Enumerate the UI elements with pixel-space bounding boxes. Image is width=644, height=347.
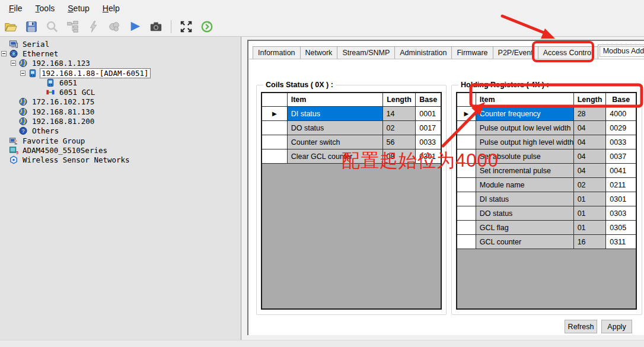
holding-row-pulse-output-high-level-width[interactable]: Pulse output high level width040033: [457, 135, 636, 149]
holding-row-pulse-output-low-level-width[interactable]: Pulse output low level width040029: [457, 121, 636, 135]
tree-expander-minus-icon[interactable]: [1, 51, 7, 56]
cell-item[interactable]: Set incremental pulse: [476, 164, 574, 178]
tree-item-label[interactable]: 6051: [58, 78, 78, 87]
tab-stream-snmp[interactable]: Stream/SNMP: [337, 46, 395, 59]
tree-expander-minus-icon[interactable]: [11, 61, 16, 66]
cell-item[interactable]: DO status: [288, 121, 383, 135]
tab-administration[interactable]: Administration: [394, 46, 452, 59]
cell-item[interactable]: Clear GCL counter: [288, 149, 383, 164]
tab-access-control[interactable]: Access Control: [538, 46, 598, 59]
cell-length[interactable]: 01: [574, 221, 607, 235]
tree-item-172-16-102-175[interactable]: 172.16.102.175: [0, 97, 241, 107]
cell-base[interactable]: 0033: [416, 135, 441, 149]
menu-setup[interactable]: Setup: [61, 1, 96, 15]
row-selector-cell[interactable]: [457, 164, 476, 178]
network-tree-icon[interactable]: [66, 20, 80, 34]
tree-item-others[interactable]: ?Others: [0, 126, 241, 136]
cell-base[interactable]: 0001: [416, 107, 441, 121]
cell-length[interactable]: 01: [574, 206, 607, 221]
row-selector-cell[interactable]: [457, 221, 476, 235]
tree-item-192-168-1-123[interactable]: 192.168.1.123: [0, 59, 241, 68]
cell-base[interactable]: 0311: [606, 235, 636, 249]
row-selector-cell[interactable]: [457, 135, 476, 149]
open-folder-icon[interactable]: [4, 20, 18, 34]
tree-item-ethernet[interactable]: Ethernet: [0, 49, 241, 58]
holding-row-set-incremental-pulse[interactable]: Set incremental pulse040041: [457, 164, 636, 178]
row-selector-cell[interactable]: ▶: [457, 107, 476, 121]
play-icon[interactable]: [128, 20, 142, 34]
cell-base[interactable]: 0301: [416, 149, 441, 164]
apply-button[interactable]: Apply: [601, 320, 632, 333]
cell-base[interactable]: 4000: [606, 107, 636, 121]
cell-base[interactable]: 0037: [606, 149, 636, 164]
cell-base[interactable]: 0211: [606, 178, 636, 192]
cell-length[interactable]: 04: [574, 149, 607, 164]
expand-icon[interactable]: [179, 20, 193, 34]
cell-length[interactable]: 04: [574, 135, 607, 149]
cell-base[interactable]: 0033: [606, 135, 636, 149]
cell-item[interactable]: DI status: [476, 192, 574, 206]
tree-item-label[interactable]: Favorite Group: [21, 136, 86, 145]
menu-tools[interactable]: Tools: [29, 1, 62, 15]
cell-length[interactable]: 56: [383, 135, 416, 149]
holding-row-module-name[interactable]: Module name020211: [457, 178, 636, 192]
tree-item-6051[interactable]: 6051: [0, 78, 241, 87]
tab-modbus-address[interactable]: Modbus Address: [598, 44, 644, 59]
tree-item-label[interactable]: 192.168.81.130: [31, 107, 95, 116]
stamp-icon[interactable]: [107, 20, 122, 34]
holding-row-counter-frequency[interactable]: ▶Counter frequency284000: [457, 107, 636, 121]
cell-length[interactable]: 04: [574, 164, 607, 178]
cell-length[interactable]: 16: [574, 235, 607, 249]
cell-length[interactable]: 02: [383, 121, 416, 135]
cell-item[interactable]: GCL counter: [476, 235, 574, 249]
tree-item-6051-gcl[interactable]: 6051 GCL: [0, 87, 241, 97]
tab-p2p-event[interactable]: P2P/Event: [493, 46, 538, 59]
row-selector-cell[interactable]: [457, 192, 476, 206]
cell-item[interactable]: Pulse output low level width: [476, 121, 574, 135]
row-selector-cell[interactable]: [457, 235, 476, 249]
lightning-icon[interactable]: [87, 20, 101, 34]
row-selector-cell[interactable]: [262, 121, 288, 135]
menu-help[interactable]: Help: [96, 1, 126, 15]
save-icon[interactable]: [24, 20, 39, 34]
tree-item-label[interactable]: 192.168.1.123: [31, 59, 91, 68]
tree-item-192-168-1-88-adam-6051[interactable]: 192.168.1.88-[ADAM-6051]: [0, 68, 241, 78]
tab-information[interactable]: Information: [253, 46, 301, 59]
cell-item[interactable]: Counter switch: [288, 135, 383, 149]
tree-item-label[interactable]: Ethernet: [21, 49, 59, 58]
tree-item-label[interactable]: 192.168.1.88-[ADAM-6051]: [40, 69, 150, 78]
row-selector-cell[interactable]: [457, 121, 476, 135]
row-selector-cell[interactable]: [262, 149, 288, 164]
coils-row-di-status[interactable]: ▶DI status140001: [262, 107, 441, 121]
search-icon[interactable]: [45, 20, 59, 34]
row-selector-cell[interactable]: ▶: [262, 107, 288, 121]
cell-item[interactable]: GCL flag: [476, 221, 574, 235]
holding-row-di-status[interactable]: DI status010301: [457, 192, 636, 206]
holding-row-do-status[interactable]: DO status010303: [457, 206, 636, 221]
cell-length[interactable]: 02: [574, 178, 607, 192]
cell-item[interactable]: Counter frequency: [476, 107, 574, 121]
holding-row-gcl-counter[interactable]: GCL counter160311: [457, 235, 636, 249]
tab-firmware[interactable]: Firmware: [451, 46, 493, 59]
tree-item-favorite-group[interactable]: Favorite Group: [0, 136, 241, 145]
tree-item-label[interactable]: ADAM4500_5510Series: [21, 146, 109, 155]
cell-length[interactable]: 04: [574, 121, 607, 135]
cell-length[interactable]: 14: [383, 107, 416, 121]
tree-item-label[interactable]: Wireless Sensor Networks: [21, 155, 131, 164]
cell-item[interactable]: Pulse output high level width: [476, 135, 574, 149]
cell-base[interactable]: 0303: [606, 206, 636, 221]
menu-file[interactable]: File: [2, 1, 29, 15]
tree-item-label[interactable]: Serial: [21, 40, 50, 49]
tree-item-label[interactable]: Others: [31, 126, 60, 135]
cell-item[interactable]: Set absolute pulse: [476, 149, 574, 164]
row-selector-cell[interactable]: [262, 135, 288, 149]
tree-item-label[interactable]: 172.16.102.175: [31, 97, 95, 106]
cell-base[interactable]: 0017: [416, 121, 441, 135]
row-selector-cell[interactable]: [457, 149, 476, 164]
coils-row-clear-gcl-counter[interactable]: Clear GCL counter080301: [262, 149, 441, 164]
tree-item-label[interactable]: 6051 GCL: [58, 88, 96, 97]
tree-item-serial[interactable]: Serial: [0, 39, 241, 49]
cell-length[interactable]: 08: [383, 149, 416, 164]
row-selector-cell[interactable]: [457, 206, 476, 221]
cell-length[interactable]: 01: [574, 192, 607, 206]
